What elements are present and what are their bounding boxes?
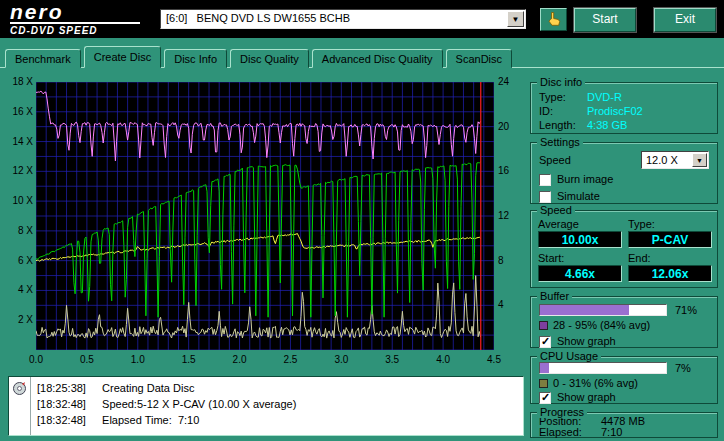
tab-create-disc[interactable]: Create Disc [84,46,161,68]
buffer-title: Buffer [537,290,572,302]
xtick-label: 3.5 [379,354,405,365]
ytick-label-left: 18 X [8,76,33,87]
tab-disc-quality[interactable]: Disc Quality [230,49,309,68]
logo-subtitle: CD-DVD SPEED [10,25,140,36]
chevron-down-icon[interactable]: ▼ [692,153,707,167]
type-label: Type: [628,218,712,231]
disc-info-title: Disc info [537,76,585,88]
log-message: Speed:5-12 X P-CAV (10.00 X average) [102,398,296,410]
ytick-label-left: 8 X [8,225,33,236]
disc-log-icon [12,381,27,396]
buffer-show-graph-row: Show graph [531,331,717,348]
elapsed-value: 7:10 [601,427,622,438]
app-logo: nero CD-DVD SPEED [10,2,140,36]
speed-setting-label: Speed [539,154,641,166]
disc-info-rows: Type: DVD-R ID: ProdiscF02 Length: 4:38 … [531,83,717,132]
ytick-label-right: 20 [498,121,523,132]
ytick-label-right: 12 [498,210,523,221]
disc-length-value: 4:38 GB [587,118,627,132]
end-value: 12.06x [628,265,712,282]
start-value: 4.66x [538,265,622,282]
buffer-percent: 71% [675,304,697,316]
buffer-show-graph-label: Show graph [557,335,616,348]
tab-advanced-disc-quality[interactable]: Advanced Disc Quality [312,49,443,68]
buffer-show-graph-checkbox[interactable] [539,336,551,348]
cpu-range-text: 0 - 31% (6% avg) [553,377,638,389]
eject-hand-button[interactable] [540,8,567,31]
progress-title: Progress [537,406,587,418]
drive-select[interactable]: [6:0] BENQ DVD LS DW1655 BCHB ▼ [160,9,526,29]
drive-select-value: [6:0] BENQ DVD LS DW1655 BCHB [166,12,350,24]
burn-image-row: Burn image [531,169,717,186]
cpu-show-graph-checkbox[interactable] [539,392,551,404]
ytick-label-left: 14 X [8,136,33,147]
ytick-label-left: 10 X [8,195,33,206]
disc-length-label: Length: [539,118,587,132]
start-label: Start: [538,252,622,265]
log-timestamp: [18:32:48] [37,396,99,412]
log-timestamp: [18:32:48] [37,412,99,428]
hand-icon [546,11,562,27]
progress-group: Progress Position: 4478 MB Elapsed: 7:10 [530,412,718,438]
xtick-label: 0.0 [23,354,49,365]
simulate-checkbox[interactable] [539,191,551,203]
ytick-label-left: 16 X [8,106,33,117]
chevron-down-icon[interactable]: ▼ [507,11,524,27]
disc-info-row-type: Type: DVD-R [539,90,717,104]
speed-group: Speed Average Type: 10.00x P-CAV Start: … [530,210,718,288]
xtick-label: 1.5 [176,354,202,365]
type-value: P-CAV [628,231,712,248]
log-gutter [9,377,31,435]
disc-info-group: Disc info Type: DVD-R ID: ProdiscF02 Len… [530,82,718,134]
tab-disc-info[interactable]: Disc Info [164,49,227,68]
ytick-label-left: 2 X [8,314,33,325]
cpu-usage-line [36,276,481,339]
disc-type-label: Type: [539,90,587,104]
settings-group: Settings Speed 12.0 X ▼ Burn image Simul… [530,142,718,204]
simulate-row: Simulate [531,186,717,203]
log-row: [18:32:48] Speed:5-12 X P-CAV (10.00 X a… [37,396,296,412]
burn-image-checkbox[interactable] [539,174,551,186]
burn-image-label: Burn image [557,173,613,186]
ytick-label-right: 24 [498,76,523,87]
tab-benchmark[interactable]: Benchmark [5,49,81,68]
tab-scandisc[interactable]: ScanDisc [446,49,512,68]
write-speed-line [36,162,481,317]
log-message: Elapsed Time: 7:10 [102,414,199,426]
disc-id-value: ProdiscF02 [587,104,643,118]
speed-select[interactable]: 12.0 X ▼ [641,151,709,169]
xtick-label: 1.0 [125,354,151,365]
cpu-usage-group: CPU Usage 7% 0 - 31% (6% avg) Show graph [530,356,718,404]
log-row: [18:32:48] Elapsed Time: 7:10 [37,412,296,428]
elapsed-label: Elapsed: [539,427,601,438]
buffer-range-text: 28 - 95% (84% avg) [553,319,650,331]
ytick-label-left: 12 X [8,165,33,176]
disc-id-label: ID: [539,104,587,118]
speed-grid: Average Type: 10.00x P-CAV Start: End: 4… [531,211,717,286]
average-label: Average [538,218,622,231]
buffer-range-row: 28 - 95% (84% avg) [531,316,717,331]
elapsed-row: Elapsed: 7:10 [539,427,717,438]
log-panel[interactable]: [18:25:38] Creating Data Disc [18:32:48]… [8,376,524,436]
xtick-label: 4.0 [430,354,456,365]
top-bar: nero CD-DVD SPEED [6:0] BENQ DVD LS DW16… [0,0,724,38]
chart-svg [36,82,494,350]
cpu-progressbar [539,362,667,374]
ytick-label-right: 16 [498,165,523,176]
buffer-group: Buffer 71% 28 - 95% (84% avg) Show graph [530,296,718,348]
ytick-label-left: 6 X [8,255,33,266]
disc-info-row-id: ID: ProdiscF02 [539,104,717,118]
tab-bar: Benchmark Create Disc Disc Info Disc Qua… [5,46,512,68]
chart-plot [36,82,494,350]
xtick-label: 3.0 [328,354,354,365]
exit-button[interactable]: Exit [654,8,716,32]
disc-info-row-length: Length: 4:38 GB [539,118,717,132]
start-button[interactable]: Start [574,8,636,32]
log-timestamp: [18:25:38] [37,380,99,396]
end-label: End: [628,252,712,265]
ytick-label-left: 4 X [8,284,33,295]
log-rows: [18:25:38] Creating Data Disc [18:32:48]… [37,380,296,428]
simulate-label: Simulate [557,190,600,203]
cpu-title: CPU Usage [537,350,601,362]
chart-panel: 18 X16 X14 X12 X10 X8 X6 X4 X2 X 2420161… [8,72,524,370]
